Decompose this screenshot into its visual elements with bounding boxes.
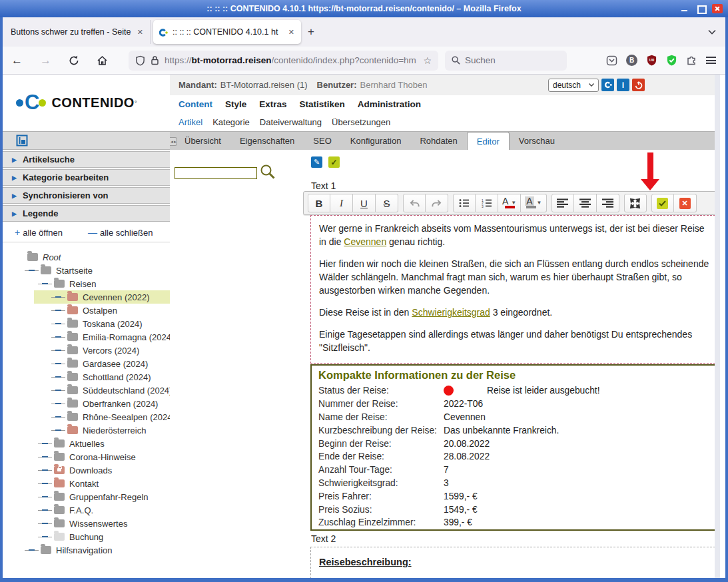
home-icon[interactable] xyxy=(88,55,117,66)
tree-expander-icon[interactable] xyxy=(55,430,61,431)
tree-item[interactable]: Reisen xyxy=(3,277,170,290)
underline-button[interactable]: U xyxy=(353,194,376,212)
apply-button[interactable] xyxy=(651,194,674,212)
tree-item[interactable]: Kontakt xyxy=(3,477,170,490)
fullscreen-button[interactable] xyxy=(624,194,647,212)
tree-item[interactable]: Süddeutschland (2024) xyxy=(3,384,170,397)
subnav-dateiverwaltung[interactable]: Dateiverwaltung xyxy=(260,117,322,127)
align-right-button[interactable] xyxy=(597,194,619,212)
tab-editor[interactable]: Editor xyxy=(467,132,510,150)
language-select[interactable]: deutsch xyxy=(548,79,599,92)
cevennen-link[interactable]: Cevennen xyxy=(344,236,386,247)
tree-expander-icon[interactable] xyxy=(55,336,61,338)
tree-item[interactable]: Root xyxy=(3,250,170,264)
tree-expander-icon[interactable] xyxy=(55,390,61,391)
tree-expander-icon[interactable] xyxy=(55,403,61,404)
redo-button[interactable] xyxy=(426,194,448,212)
edit-mode-icon[interactable]: ✎ xyxy=(311,156,322,168)
green-shield-extension-icon[interactable] xyxy=(666,55,677,66)
nav-statistiken[interactable]: Statistiken xyxy=(300,99,345,109)
tree-expander-icon[interactable] xyxy=(42,456,48,457)
tree-item[interactable]: Wissenswertes xyxy=(3,517,170,530)
tree-expander-icon[interactable] xyxy=(42,509,48,511)
tree-item[interactable]: Niederösterreich xyxy=(3,424,170,437)
maximize-button[interactable] xyxy=(696,5,705,13)
nav-extras[interactable]: Extras xyxy=(259,99,286,109)
menu-hamburger-icon[interactable] xyxy=(706,57,716,64)
tab-übersicht[interactable]: Übersicht xyxy=(175,131,230,150)
article-search-input[interactable] xyxy=(175,167,257,179)
tree-expander-icon[interactable] xyxy=(55,363,61,364)
info-button[interactable]: i xyxy=(617,79,629,91)
shield-permissions-icon[interactable] xyxy=(135,55,145,66)
frame-splitter-handle[interactable]: ◄► xyxy=(170,137,177,146)
text2-editable-area[interactable]: Reisebeschreibung: xyxy=(310,547,719,578)
reload-icon[interactable] xyxy=(60,55,88,66)
tree-expander-icon[interactable] xyxy=(42,469,48,471)
align-left-button[interactable] xyxy=(551,194,574,212)
tree-expander-icon[interactable] xyxy=(55,323,61,324)
browser-tab-active[interactable]: :: :: :: CONTENIDO 4.10.1 ht ✕ xyxy=(153,20,301,44)
italic-button[interactable]: I xyxy=(330,194,353,212)
tab-konfiguration[interactable]: Konfiguration xyxy=(341,131,411,150)
tree-item[interactable]: Downloads xyxy=(3,463,170,477)
expand-all-link[interactable]: + alle öffnen xyxy=(15,227,63,238)
tree-item[interactable]: Vercors (2024) xyxy=(3,344,170,357)
save-check-icon[interactable]: ✓ xyxy=(328,156,340,168)
tree-item[interactable]: Corona-Hinweise xyxy=(3,450,170,463)
url-bar[interactable]: https://bt-motorrad.reisen/contenido/ind… xyxy=(129,51,438,71)
frame-layout-icon[interactable] xyxy=(16,135,28,146)
search-magnifier-icon[interactable] xyxy=(260,164,276,180)
pocket-icon[interactable] xyxy=(606,55,617,66)
tree-expander-icon[interactable] xyxy=(29,270,35,271)
tree-item[interactable]: Hilfsnavigation xyxy=(3,543,170,557)
sidebar-section-artikelsuche[interactable]: ▶Artikelsuche xyxy=(3,151,170,168)
tree-expander-icon[interactable] xyxy=(42,443,48,444)
undo-button[interactable] xyxy=(403,194,426,212)
tree-item[interactable]: Oberfranken (2024) xyxy=(3,397,170,410)
subnav-artikel[interactable]: Artikel xyxy=(179,117,202,127)
tree-expander-icon[interactable] xyxy=(42,536,48,537)
tree-item[interactable]: Schottland (2024) xyxy=(3,370,170,384)
cancel-button[interactable]: ✕ xyxy=(674,194,697,212)
tree-item[interactable]: Buchung xyxy=(3,530,170,543)
tree-expander-icon[interactable] xyxy=(29,549,35,551)
tab-vorschau[interactable]: Vorschau xyxy=(510,131,564,150)
list-all-tabs-icon[interactable] xyxy=(708,29,716,35)
bold-button[interactable]: B xyxy=(308,194,330,212)
tree-item[interactable]: Startseite xyxy=(3,264,170,277)
tree-expander-icon[interactable] xyxy=(55,376,61,378)
collapse-all-link[interactable]: — alle schließen xyxy=(88,227,153,238)
tab-eigenschaften[interactable]: Eigenschaften xyxy=(230,131,304,150)
schwierigkeitsgrad-link[interactable]: Schwierigkeitsgrad xyxy=(412,307,490,318)
tree-item[interactable]: F.A.Q. xyxy=(3,503,170,517)
tree-expander-icon[interactable] xyxy=(42,283,48,284)
text-color-button[interactable]: A ▼ xyxy=(498,194,521,212)
tab-close-icon[interactable]: ✕ xyxy=(286,27,297,38)
tree-expander-icon[interactable] xyxy=(55,350,61,351)
tree-item[interactable]: Gruppenfahr-Regeln xyxy=(3,490,170,503)
close-button[interactable] xyxy=(712,4,723,13)
strikethrough-button[interactable]: S xyxy=(376,194,398,212)
tree-expander-icon[interactable] xyxy=(55,310,61,311)
caret-down-icon[interactable]: ▼ xyxy=(511,200,516,206)
tree-item[interactable]: Rhône-Seealpen (2024) xyxy=(3,410,170,424)
tree-item[interactable]: Cevennen (2022) xyxy=(3,290,170,304)
lock-icon[interactable] xyxy=(151,55,159,65)
contenido-home-button[interactable] xyxy=(601,79,614,91)
tree-item[interactable]: Toskana (2024) xyxy=(3,317,170,330)
highlight-color-button[interactable]: A ▼ xyxy=(521,194,546,212)
tree-item[interactable]: Ostalpen xyxy=(3,304,170,317)
subnav-kategorie[interactable]: Kategorie xyxy=(212,117,250,127)
align-center-button[interactable] xyxy=(574,194,597,212)
scrollbar-track[interactable] xyxy=(715,75,720,578)
tree-expander-icon[interactable] xyxy=(42,483,48,484)
browser-tab-inactive[interactable]: Buttons schwer zu treffen - Seite 2 ✕ xyxy=(3,20,151,44)
subnav-übersetzungen[interactable]: Übersetzungen xyxy=(332,117,390,127)
extensions-puzzle-icon[interactable] xyxy=(686,55,697,66)
new-tab-button[interactable]: + xyxy=(301,25,321,39)
tree-item[interactable]: Aktuelles xyxy=(3,437,170,450)
tree-expander-icon[interactable] xyxy=(42,496,48,497)
sidebar-section-kategorie-bearbeiten[interactable]: ▶Kategorie bearbeiten xyxy=(3,169,170,186)
nav-style[interactable]: Style xyxy=(225,99,246,109)
